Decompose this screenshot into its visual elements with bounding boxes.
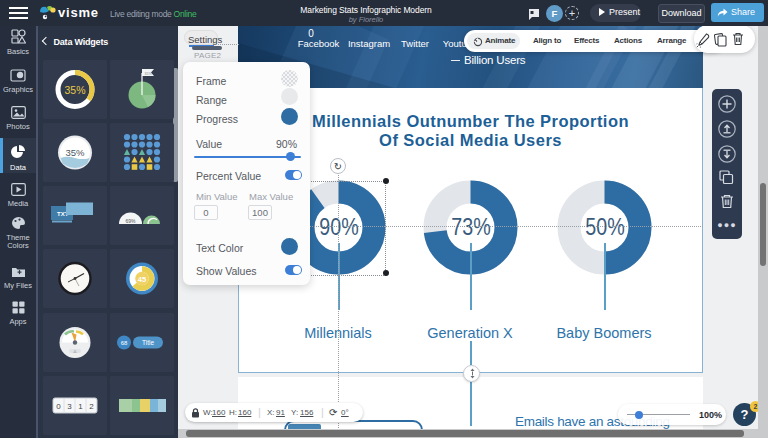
svg-text:35%: 35% xyxy=(64,83,85,95)
svg-text:3: 3 xyxy=(67,402,72,411)
svg-text:2: 2 xyxy=(89,402,94,411)
svg-text:0: 0 xyxy=(56,402,61,411)
svg-text:69%: 69% xyxy=(125,218,136,224)
svg-text:1: 1 xyxy=(78,402,83,411)
svg-text:35%: 35% xyxy=(65,147,85,158)
svg-text:68: 68 xyxy=(120,340,127,346)
svg-text:Title: Title xyxy=(141,339,153,346)
svg-text:45: 45 xyxy=(137,275,145,284)
svg-text:35%: 35% xyxy=(144,71,151,75)
